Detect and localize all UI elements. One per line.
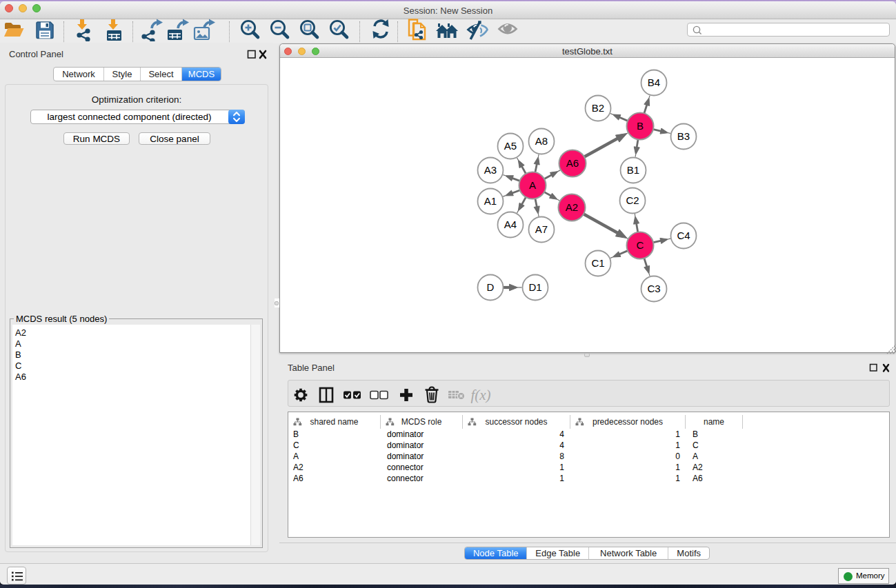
svg-text:B2: B2 — [592, 102, 604, 114]
svg-text:A5: A5 — [504, 140, 517, 152]
svg-text:C2: C2 — [626, 194, 639, 206]
svg-text:A8: A8 — [535, 135, 548, 147]
svg-text:D: D — [487, 281, 495, 293]
svg-text:A2: A2 — [566, 201, 578, 213]
svg-text:A6: A6 — [566, 157, 579, 169]
svg-text:A1: A1 — [484, 195, 497, 207]
svg-text:A4: A4 — [504, 219, 517, 230]
svg-text:C: C — [637, 239, 644, 251]
svg-text:B1: B1 — [627, 164, 639, 176]
svg-text:D1: D1 — [528, 281, 541, 293]
svg-text:C4: C4 — [677, 230, 690, 241]
svg-text:C3: C3 — [647, 283, 660, 294]
svg-text:B3: B3 — [677, 130, 690, 142]
svg-text:B4: B4 — [648, 77, 660, 88]
svg-text:A3: A3 — [484, 164, 497, 176]
svg-text:A7: A7 — [535, 223, 548, 235]
svg-text:C1: C1 — [591, 257, 604, 269]
svg-text:f(x): f(x) — [470, 387, 490, 403]
svg-text:A: A — [529, 179, 536, 191]
svg-text:B: B — [637, 120, 644, 132]
